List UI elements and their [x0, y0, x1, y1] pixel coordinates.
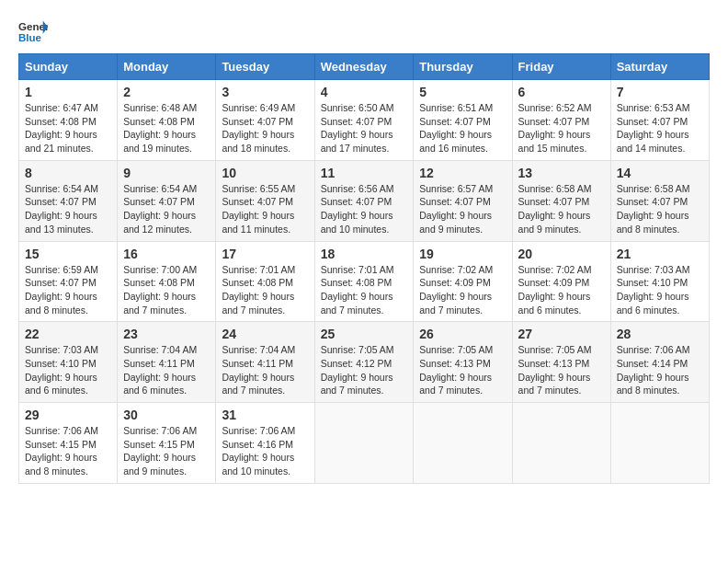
- header-tuesday: Tuesday: [216, 54, 314, 80]
- day-info: Sunrise: 6:53 AMSunset: 4:07 PMDaylight:…: [617, 101, 703, 155]
- day-info: Sunrise: 7:06 AMSunset: 4:16 PMDaylight:…: [222, 424, 308, 478]
- day-info: Sunrise: 7:00 AMSunset: 4:08 PMDaylight:…: [123, 263, 210, 317]
- day-number: 22: [25, 327, 111, 341]
- day-number: 31: [222, 408, 308, 422]
- day-info: Sunrise: 7:06 AMSunset: 4:15 PMDaylight:…: [25, 424, 111, 478]
- calendar-cell: 22 Sunrise: 7:03 AMSunset: 4:10 PMDaylig…: [19, 322, 118, 403]
- calendar-cell: 25 Sunrise: 7:05 AMSunset: 4:12 PMDaylig…: [314, 322, 414, 403]
- calendar-cell: 11 Sunrise: 6:56 AMSunset: 4:07 PMDaylig…: [314, 160, 414, 241]
- calendar-cell: 14 Sunrise: 6:58 AMSunset: 4:07 PMDaylig…: [610, 160, 709, 241]
- day-info: Sunrise: 7:06 AMSunset: 4:14 PMDaylight:…: [617, 343, 703, 397]
- calendar-cell: 12 Sunrise: 6:57 AMSunset: 4:07 PMDaylig…: [414, 160, 512, 241]
- calendar-cell: 16 Sunrise: 7:00 AMSunset: 4:08 PMDaylig…: [118, 241, 216, 322]
- calendar-cell: [414, 403, 512, 484]
- day-number: 9: [123, 166, 210, 180]
- calendar-cell: 7 Sunrise: 6:53 AMSunset: 4:07 PMDayligh…: [610, 80, 709, 161]
- week-row-4: 22 Sunrise: 7:03 AMSunset: 4:10 PMDaylig…: [19, 322, 710, 403]
- header-monday: Monday: [118, 54, 216, 80]
- calendar-cell: 5 Sunrise: 6:51 AMSunset: 4:07 PMDayligh…: [414, 80, 512, 161]
- calendar-cell: 23 Sunrise: 7:04 AMSunset: 4:11 PMDaylig…: [118, 322, 216, 403]
- day-info: Sunrise: 6:47 AMSunset: 4:08 PMDaylight:…: [25, 101, 111, 155]
- logo: General Blue: [18, 18, 53, 44]
- day-number: 26: [419, 327, 506, 341]
- day-info: Sunrise: 7:03 AMSunset: 4:10 PMDaylight:…: [617, 263, 703, 317]
- page-header: General Blue: [18, 18, 710, 44]
- day-number: 2: [123, 85, 210, 99]
- day-number: 28: [617, 327, 703, 341]
- day-number: 7: [617, 85, 703, 99]
- day-number: 12: [419, 166, 506, 180]
- day-info: Sunrise: 6:52 AMSunset: 4:07 PMDaylight:…: [518, 101, 605, 155]
- day-number: 1: [25, 85, 111, 99]
- calendar-cell: 30 Sunrise: 7:06 AMSunset: 4:15 PMDaylig…: [118, 403, 216, 484]
- calendar-cell: 31 Sunrise: 7:06 AMSunset: 4:16 PMDaylig…: [216, 403, 314, 484]
- calendar-cell: [314, 403, 414, 484]
- day-number: 14: [617, 166, 703, 180]
- header-sunday: Sunday: [19, 54, 118, 80]
- day-number: 11: [321, 166, 408, 180]
- day-number: 24: [222, 327, 308, 341]
- day-info: Sunrise: 7:04 AMSunset: 4:11 PMDaylight:…: [222, 343, 308, 397]
- calendar-cell: 1 Sunrise: 6:47 AMSunset: 4:08 PMDayligh…: [19, 80, 118, 161]
- week-row-2: 8 Sunrise: 6:54 AMSunset: 4:07 PMDayligh…: [19, 160, 710, 241]
- day-info: Sunrise: 7:05 AMSunset: 4:13 PMDaylight:…: [518, 343, 605, 397]
- calendar-cell: 13 Sunrise: 6:58 AMSunset: 4:07 PMDaylig…: [512, 160, 610, 241]
- day-info: Sunrise: 7:06 AMSunset: 4:15 PMDaylight:…: [123, 424, 210, 478]
- day-info: Sunrise: 6:54 AMSunset: 4:07 PMDaylight:…: [123, 182, 210, 236]
- day-number: 4: [321, 85, 408, 99]
- day-info: Sunrise: 7:01 AMSunset: 4:08 PMDaylight:…: [321, 263, 408, 317]
- calendar-cell: 24 Sunrise: 7:04 AMSunset: 4:11 PMDaylig…: [216, 322, 314, 403]
- day-info: Sunrise: 6:56 AMSunset: 4:07 PMDaylight:…: [321, 182, 408, 236]
- day-info: Sunrise: 6:58 AMSunset: 4:07 PMDaylight:…: [518, 182, 605, 236]
- day-number: 13: [518, 166, 605, 180]
- calendar-cell: 15 Sunrise: 6:59 AMSunset: 4:07 PMDaylig…: [19, 241, 118, 322]
- day-number: 3: [222, 85, 308, 99]
- day-number: 27: [518, 327, 605, 341]
- day-number: 10: [222, 166, 308, 180]
- week-row-3: 15 Sunrise: 6:59 AMSunset: 4:07 PMDaylig…: [19, 241, 710, 322]
- day-number: 25: [321, 327, 408, 341]
- calendar-cell: 17 Sunrise: 7:01 AMSunset: 4:08 PMDaylig…: [216, 241, 314, 322]
- day-info: Sunrise: 7:02 AMSunset: 4:09 PMDaylight:…: [518, 263, 605, 317]
- header-wednesday: Wednesday: [314, 54, 414, 80]
- day-number: 30: [123, 408, 210, 422]
- day-info: Sunrise: 6:50 AMSunset: 4:07 PMDaylight:…: [321, 101, 408, 155]
- day-info: Sunrise: 6:55 AMSunset: 4:07 PMDaylight:…: [222, 182, 308, 236]
- calendar-cell: 8 Sunrise: 6:54 AMSunset: 4:07 PMDayligh…: [19, 160, 118, 241]
- day-number: 6: [518, 85, 605, 99]
- day-info: Sunrise: 7:02 AMSunset: 4:09 PMDaylight:…: [419, 263, 506, 317]
- calendar-cell: 19 Sunrise: 7:02 AMSunset: 4:09 PMDaylig…: [414, 241, 512, 322]
- calendar-header-row: SundayMondayTuesdayWednesdayThursdayFrid…: [19, 54, 710, 80]
- day-number: 16: [123, 247, 210, 261]
- calendar-table: SundayMondayTuesdayWednesdayThursdayFrid…: [18, 53, 710, 484]
- calendar-cell: 26 Sunrise: 7:05 AMSunset: 4:13 PMDaylig…: [414, 322, 512, 403]
- calendar-cell: 10 Sunrise: 6:55 AMSunset: 4:07 PMDaylig…: [216, 160, 314, 241]
- day-number: 17: [222, 247, 308, 261]
- day-number: 8: [25, 166, 111, 180]
- day-info: Sunrise: 6:54 AMSunset: 4:07 PMDaylight:…: [25, 182, 111, 236]
- calendar-cell: 4 Sunrise: 6:50 AMSunset: 4:07 PMDayligh…: [314, 80, 414, 161]
- day-info: Sunrise: 6:57 AMSunset: 4:07 PMDaylight:…: [419, 182, 506, 236]
- header-saturday: Saturday: [610, 54, 709, 80]
- calendar-cell: 6 Sunrise: 6:52 AMSunset: 4:07 PMDayligh…: [512, 80, 610, 161]
- header-thursday: Thursday: [414, 54, 512, 80]
- day-info: Sunrise: 6:49 AMSunset: 4:07 PMDaylight:…: [222, 101, 308, 155]
- day-number: 29: [25, 408, 111, 422]
- calendar-cell: [610, 403, 709, 484]
- day-number: 15: [25, 247, 111, 261]
- day-info: Sunrise: 6:48 AMSunset: 4:08 PMDaylight:…: [123, 101, 210, 155]
- calendar-cell: 27 Sunrise: 7:05 AMSunset: 4:13 PMDaylig…: [512, 322, 610, 403]
- day-info: Sunrise: 7:03 AMSunset: 4:10 PMDaylight:…: [25, 343, 111, 397]
- calendar-cell: 2 Sunrise: 6:48 AMSunset: 4:08 PMDayligh…: [118, 80, 216, 161]
- day-info: Sunrise: 7:05 AMSunset: 4:13 PMDaylight:…: [419, 343, 506, 397]
- day-info: Sunrise: 6:51 AMSunset: 4:07 PMDaylight:…: [419, 101, 506, 155]
- logo-icon: General Blue: [18, 18, 48, 44]
- calendar-cell: 21 Sunrise: 7:03 AMSunset: 4:10 PMDaylig…: [610, 241, 709, 322]
- day-number: 23: [123, 327, 210, 341]
- calendar-cell: 29 Sunrise: 7:06 AMSunset: 4:15 PMDaylig…: [19, 403, 118, 484]
- day-number: 18: [321, 247, 408, 261]
- day-info: Sunrise: 7:05 AMSunset: 4:12 PMDaylight:…: [321, 343, 408, 397]
- day-number: 19: [419, 247, 506, 261]
- day-info: Sunrise: 6:59 AMSunset: 4:07 PMDaylight:…: [25, 263, 111, 317]
- week-row-5: 29 Sunrise: 7:06 AMSunset: 4:15 PMDaylig…: [19, 403, 710, 484]
